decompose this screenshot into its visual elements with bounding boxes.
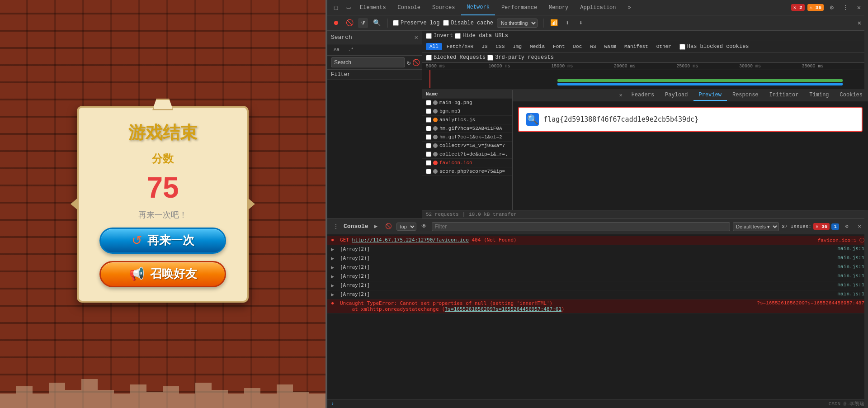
tab-payload[interactable]: Payload [660, 90, 693, 101]
console-expand-icon-1[interactable]: ▶ [331, 246, 338, 253]
record-button[interactable]: ⏺ [331, 18, 341, 28]
invite-button[interactable]: 📢 召唤好友 [99, 261, 226, 287]
more-options-icon[interactable]: ⋮ [840, 2, 851, 13]
wifi-icon[interactable]: 📶 [549, 18, 559, 28]
request-item-0[interactable]: main-bg.png [422, 99, 512, 107]
warning-badge[interactable]: ⚠ 36 [807, 4, 824, 11]
console-settings-icon[interactable]: ⚙ [842, 222, 852, 232]
console-source-6[interactable]: main.js:1 [838, 291, 864, 297]
request-item-5[interactable]: collect?v=1&_v=j96&a=7 [422, 142, 512, 150]
console-source-4[interactable]: main.js:1 [838, 273, 864, 279]
device-icon[interactable]: ▭ [344, 3, 354, 13]
console-source-0[interactable]: favicon.ico:1 ⓘ [818, 237, 864, 244]
console-expand-icon-5[interactable]: ▶ [331, 282, 338, 289]
filter-font[interactable]: Font [549, 43, 568, 50]
cursor-icon[interactable]: ⬚ [331, 3, 341, 13]
request-item-4[interactable]: hm.gif?cc=1&ck=1&cl=2 [422, 133, 512, 142]
close-devtools-icon[interactable]: ✕ [854, 2, 864, 13]
console-top-select[interactable]: top [396, 223, 416, 231]
search-input[interactable] [331, 57, 405, 67]
third-party-checkbox[interactable]: 3rd-party requests [487, 54, 554, 61]
console-link-0[interactable]: http://114.67.175.224:12790/favicon.ico [352, 237, 469, 243]
console-expand-icon-2[interactable]: ▶ [331, 255, 338, 262]
has-blocked-cookies-checkbox[interactable]: Has blocked cookies [679, 43, 749, 50]
tab-sources[interactable]: Sources [427, 0, 460, 15]
console-source-2[interactable]: main.js:1 [838, 255, 864, 261]
tab-initiator[interactable]: Initiator [764, 90, 804, 101]
filter-media[interactable]: Media [526, 43, 548, 50]
req-checkbox-8[interactable] [426, 169, 431, 174]
tab-preview[interactable]: Preview [693, 90, 727, 101]
close-network-panel-icon[interactable]: ✕ [854, 18, 864, 28]
filter-css[interactable]: CSS [492, 43, 508, 50]
preserve-log-checkbox[interactable]: Preserve log [393, 20, 439, 26]
tab-application[interactable]: Application [575, 0, 621, 15]
search-refresh-icon[interactable]: ↻ [407, 57, 410, 67]
console-source-7[interactable]: ?s=1655261856209?s=1655264456957:487 [757, 300, 864, 306]
req-checkbox-4[interactable] [426, 134, 431, 140]
tab-memory[interactable]: Memory [543, 0, 574, 15]
replay-button[interactable]: ↺ 再来一次 [99, 228, 226, 254]
tab-performance[interactable]: Performance [496, 0, 542, 15]
filter-doc[interactable]: Doc [569, 43, 585, 50]
request-item-7[interactable]: favicon.ico [422, 159, 512, 167]
console-stop-icon[interactable]: 🚫 [384, 222, 394, 232]
req-checkbox-0[interactable] [426, 100, 431, 105]
tab-cookies[interactable]: Cookies [835, 90, 868, 101]
blocked-requests-checkbox[interactable]: Blocked Requests [426, 54, 486, 61]
req-checkbox-3[interactable] [426, 126, 431, 131]
tab-timing[interactable]: Timing [804, 90, 834, 101]
filter-js[interactable]: JS [478, 43, 491, 50]
console-filter-input[interactable] [432, 222, 730, 231]
error-badge[interactable]: ✕ 2 [791, 4, 805, 11]
issues-counter[interactable]: 37 Issues: ✕ 36 1 [782, 223, 839, 230]
search-close-icon[interactable]: ✕ [415, 33, 418, 41]
console-source-1[interactable]: main.js:1 [838, 246, 864, 251]
filter-other[interactable]: Other [653, 43, 675, 50]
disable-cache-checkbox[interactable]: Disable cache [443, 20, 493, 26]
filter-wasm[interactable]: Wasm [601, 43, 620, 50]
console-expand-icon-3[interactable]: ▶ [331, 264, 338, 271]
filter-fetch-xhr[interactable]: Fetch/XHR [443, 43, 477, 50]
filter-all[interactable]: All [426, 43, 442, 50]
console-expand-icon-4[interactable]: ▶ [331, 273, 338, 280]
request-item-1[interactable]: bgm.mp3 [422, 107, 512, 116]
console-record-icon[interactable]: ▶ [371, 222, 381, 232]
hide-data-urls-checkbox[interactable]: Hide data URLs [455, 33, 508, 39]
tab-response[interactable]: Response [727, 90, 764, 101]
request-item-6[interactable]: collect?t=dc&aip=1&_r=. [422, 150, 512, 159]
search-case-btn[interactable]: Aa [331, 46, 342, 53]
settings-icon[interactable]: ⚙ [826, 2, 837, 13]
console-source-5[interactable]: main.js:1 [838, 282, 864, 288]
throttle-select[interactable]: No throttling [497, 19, 538, 28]
console-more-options-icon[interactable]: ⋮ [331, 222, 341, 232]
tab-console[interactable]: Console [392, 0, 426, 15]
filter-manifest[interactable]: Manifest [621, 43, 652, 50]
req-checkbox-2[interactable] [426, 117, 431, 123]
console-levels-select[interactable]: Default levels ▾ [733, 222, 779, 231]
request-item-2[interactable]: analytics.js [422, 116, 512, 124]
stop-button[interactable]: 🚫 [344, 18, 354, 28]
console-expand-icon-6[interactable]: ▶ [331, 291, 338, 298]
request-item-3[interactable]: hm.gif?hca=52AB411F0A [422, 124, 512, 133]
tab-headers[interactable]: Headers [626, 90, 660, 101]
console-source-3[interactable]: main.js:1 [838, 264, 864, 270]
details-close-icon[interactable]: ✕ [615, 90, 626, 101]
export-button[interactable]: ⬇ [576, 18, 586, 28]
search-clear-icon[interactable]: 🚫 [412, 57, 420, 67]
import-button[interactable]: ⬆ [562, 18, 572, 28]
invert-checkbox[interactable]: Invert [426, 33, 453, 39]
filter-ws[interactable]: WS [586, 43, 599, 50]
request-item-8[interactable]: score.php?score=75&ip= [422, 167, 512, 176]
req-checkbox-6[interactable] [426, 152, 431, 157]
req-checkbox-7[interactable] [426, 160, 431, 166]
console-close-icon[interactable]: ✕ [854, 222, 864, 232]
console-link-7[interactable]: ?s=1655261856209?s=1655264456957:487:61 [445, 306, 561, 312]
req-checkbox-5[interactable] [426, 143, 431, 148]
req-checkbox-1[interactable] [426, 109, 431, 114]
filter-img[interactable]: Img [509, 43, 525, 50]
tab-network[interactable]: Network [461, 0, 495, 15]
console-eye-icon[interactable]: 👁 [419, 222, 429, 232]
search-network-button[interactable]: 🔍 [372, 18, 382, 28]
tab-elements[interactable]: Elements [354, 0, 392, 15]
